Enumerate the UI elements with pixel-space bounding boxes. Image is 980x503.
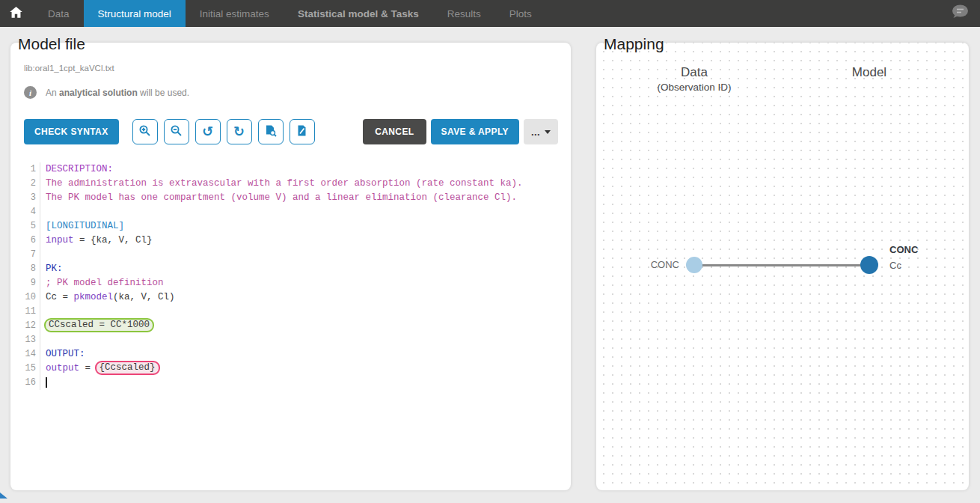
chevron-down-icon xyxy=(545,130,551,134)
code-line[interactable]: 5[LONGITUDINAL] xyxy=(21,219,563,234)
code-line[interactable]: 7 xyxy=(21,248,563,262)
code-token: = {ka, V, Cl} xyxy=(74,235,153,246)
data-column-title: Data xyxy=(634,65,754,80)
code-text xyxy=(40,205,46,219)
zoom-out-icon xyxy=(170,124,183,139)
code-token: CCscaled = CC*1000 xyxy=(49,320,150,330)
text-cursor xyxy=(46,377,47,388)
edit-file-button[interactable] xyxy=(290,119,315,144)
undo-button[interactable]: ↺ xyxy=(195,119,221,144)
code-line[interactable]: 15output = {Ccscaled} xyxy=(21,362,563,376)
zoom-in-icon xyxy=(138,124,151,139)
editor-toolbar: CHECK SYNTAX ↺ xyxy=(24,119,558,144)
check-syntax-button[interactable]: CHECK SYNTAX xyxy=(24,119,119,144)
code-token: PK: xyxy=(46,263,63,274)
line-number: 9 xyxy=(21,276,40,290)
code-line[interactable]: 6input = {ka, V, Cl} xyxy=(21,234,563,248)
info-prefix: An xyxy=(46,88,59,98)
redo-button[interactable]: ↻ xyxy=(227,119,252,144)
code-text: The PK model has one compartment (volume… xyxy=(40,191,517,205)
data-node[interactable] xyxy=(686,257,702,273)
code-text: output = {Ccscaled} xyxy=(40,362,159,376)
code-text: [LONGITUDINAL] xyxy=(40,219,124,234)
more-options-label: ... xyxy=(531,126,540,138)
info-note-text: An analytical solution will be used. xyxy=(46,88,189,98)
code-line[interactable]: 3The PK model has one compartment (volum… xyxy=(21,191,563,205)
line-number: 1 xyxy=(21,162,40,177)
view-file-button[interactable] xyxy=(258,119,284,144)
code-token: The administration is extravascular with… xyxy=(46,178,523,189)
code-line[interactable]: 2The administration is extravascular wit… xyxy=(21,177,563,191)
code-line[interactable]: 1DESCRIPTION: xyxy=(21,162,563,177)
code-text: PK: xyxy=(40,262,63,276)
code-token: The PK model has one compartment (volume… xyxy=(46,192,517,203)
line-number: 12 xyxy=(21,319,40,333)
chat-icon xyxy=(950,4,970,23)
code-editor[interactable]: 1DESCRIPTION:2The administration is extr… xyxy=(21,162,563,484)
code-line[interactable]: 9; PK model definition xyxy=(21,276,563,290)
line-number: 3 xyxy=(21,191,40,205)
tab-results[interactable]: Results xyxy=(433,0,495,27)
code-token: DESCRIPTION: xyxy=(46,164,113,174)
info-note: i An analytical solution will be used. xyxy=(24,86,189,99)
code-token: = xyxy=(79,363,97,374)
code-line[interactable]: 10Cc = pkmodel(ka, V, Cl) xyxy=(21,290,563,305)
tab-statistical-model-tasks[interactable]: Statistical model & Tasks xyxy=(284,0,433,27)
top-navbar: Data Structural model Initial estimates … xyxy=(0,0,980,27)
code-line[interactable]: 12CCscaled = CC*1000 xyxy=(21,319,563,333)
line-number: 7 xyxy=(21,248,40,262)
info-suffix: will be used. xyxy=(138,88,189,98)
zoom-in-button[interactable] xyxy=(132,119,158,144)
code-token: {Ccscaled} xyxy=(99,362,156,373)
info-icon: i xyxy=(24,86,37,99)
model-node[interactable] xyxy=(860,256,878,274)
line-number: 13 xyxy=(21,333,40,347)
code-token: pkmodel xyxy=(74,292,114,302)
more-options-button[interactable]: ... xyxy=(524,119,558,144)
model-column-title: Model xyxy=(809,65,929,80)
mapping-title: Mapping xyxy=(604,35,664,53)
code-text xyxy=(40,305,46,319)
chat-button[interactable] xyxy=(940,0,980,27)
home-icon xyxy=(9,5,23,22)
file-edit-icon xyxy=(295,124,308,139)
undo-icon: ↺ xyxy=(202,125,213,138)
model-output-label: CONC xyxy=(889,244,918,255)
code-text: input = {ka, V, Cl} xyxy=(40,234,153,248)
redo-icon: ↻ xyxy=(233,125,245,138)
tab-data[interactable]: Data xyxy=(34,0,84,27)
highlight-green: CCscaled = CC*1000 xyxy=(44,318,154,332)
data-observation-label: CONC xyxy=(637,259,679,270)
code-text xyxy=(40,248,46,262)
tab-structural-model[interactable]: Structural model xyxy=(84,0,186,27)
code-text: DESCRIPTION: xyxy=(40,162,113,177)
model-file-panel: Model file lib:oral1_1cpt_kaVCl.txt i An… xyxy=(10,34,571,490)
model-file-card: lib:oral1_1cpt_kaVCl.txt i An analytical… xyxy=(10,43,571,490)
line-number: 14 xyxy=(21,347,40,362)
home-button[interactable] xyxy=(0,0,34,27)
code-token: [LONGITUDINAL] xyxy=(46,221,124,231)
code-line[interactable]: 14OUTPUT: xyxy=(21,347,563,362)
line-number: 4 xyxy=(21,205,40,219)
code-line[interactable]: 16 xyxy=(21,376,563,390)
mapping-connector-line xyxy=(694,264,869,266)
cancel-button[interactable]: CANCEL xyxy=(363,119,426,144)
highlight-pink: {Ccscaled} xyxy=(95,361,160,375)
zoom-out-button[interactable] xyxy=(164,119,189,144)
code-line[interactable]: 13 xyxy=(21,333,563,347)
model-output-sublabel: Cc xyxy=(889,260,901,271)
save-apply-button[interactable]: SAVE & APPLY xyxy=(431,119,519,144)
library-file-name: lib:oral1_1cpt_kaVCl.txt xyxy=(24,64,114,73)
code-line[interactable]: 11 xyxy=(21,305,563,319)
tab-plots[interactable]: Plots xyxy=(495,0,546,27)
mapping-card: Data (Observation ID) Model CONC CONC Cc xyxy=(596,43,969,490)
code-token: ; PK model definition xyxy=(46,278,164,288)
line-number: 10 xyxy=(21,290,40,305)
tab-initial-estimates[interactable]: Initial estimates xyxy=(186,0,284,27)
code-text: OUTPUT: xyxy=(40,347,85,362)
info-bold: analytical solution xyxy=(59,88,138,98)
code-line[interactable]: 8PK: xyxy=(21,262,563,276)
data-column-subtitle: (Observation ID) xyxy=(634,82,754,93)
line-number: 2 xyxy=(21,177,40,191)
code-line[interactable]: 4 xyxy=(21,205,563,219)
